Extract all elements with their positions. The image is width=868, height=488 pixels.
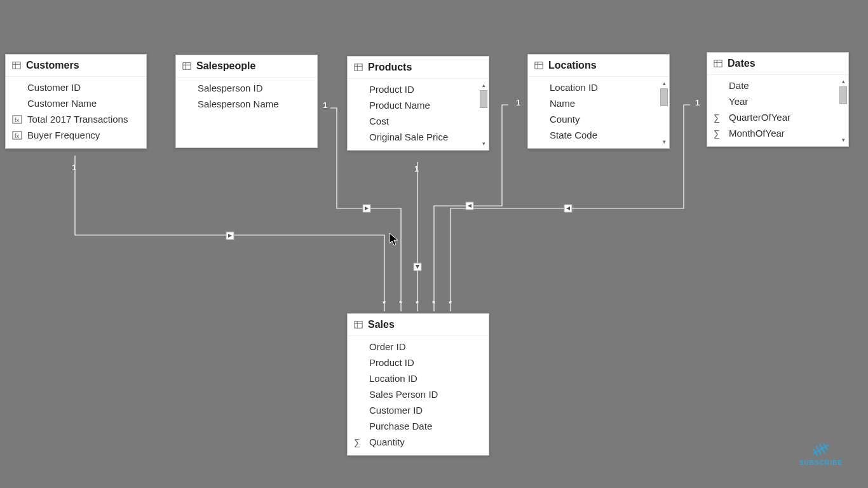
field-label: Customer ID [27, 82, 81, 93]
field-label: Salesperson Name [198, 98, 279, 109]
cardinality-one: 1 [516, 98, 520, 107]
table-title: Locations [548, 60, 597, 71]
table-fields: Date Year ∑ QuarterOfYear ∑ MonthOfYear … [707, 75, 848, 146]
field[interactable]: Location ID [528, 79, 669, 95]
scroll-down-icon[interactable]: ▾ [480, 140, 487, 147]
cardinality-many: * [432, 299, 435, 308]
table-sales[interactable]: Sales Order ID Product ID Location ID Sa… [347, 313, 489, 456]
cardinality-many: * [383, 299, 386, 308]
measure-icon: fx [12, 130, 22, 140]
field[interactable]: Product ID [348, 355, 489, 370]
field[interactable]: State Code [528, 127, 669, 143]
scrollbar[interactable]: ▴ ▾ [480, 81, 487, 147]
field[interactable]: ∑ QuarterOfYear [707, 109, 848, 125]
field-label: Product ID [369, 84, 414, 95]
field[interactable]: Purchase Date [348, 418, 489, 434]
measure-icon: fx [12, 114, 22, 125]
table-dates[interactable]: Dates Date Year ∑ QuarterOfYear ∑ MonthO… [707, 52, 849, 147]
field[interactable]: Product Name [348, 97, 489, 113]
table-customers[interactable]: Customers Customer ID Customer Name fx T… [5, 54, 147, 149]
svg-rect-0 [226, 232, 234, 240]
table-fields: Order ID Product ID Location ID Sales Pe… [348, 336, 489, 455]
field[interactable]: Salesperson Name [176, 96, 317, 112]
table-salespeople[interactable]: Salespeople Salesperson ID Salesperson N… [175, 55, 318, 148]
svg-rect-23 [535, 62, 543, 69]
sigma-icon: ∑ [714, 112, 724, 123]
svg-rect-2 [363, 205, 370, 212]
field[interactable]: Sales Person ID [348, 386, 489, 402]
table-icon [182, 62, 191, 71]
scroll-thumb[interactable] [480, 90, 487, 108]
table-icon [714, 59, 722, 68]
table-header[interactable]: Salespeople [176, 55, 317, 78]
sigma-icon: ∑ [354, 437, 364, 447]
field-label: Location ID [369, 373, 417, 384]
field[interactable]: Customer Name [6, 95, 146, 111]
field-label: Sales Person ID [369, 389, 438, 400]
cardinality-one: 1 [414, 164, 419, 173]
svg-marker-9 [566, 207, 570, 210]
field-label: QuarterOfYear [729, 112, 790, 123]
table-title: Salespeople [196, 60, 255, 72]
field[interactable]: Original Sale Price [348, 129, 489, 145]
table-header[interactable]: Locations [528, 55, 669, 77]
cardinality-one: 1 [323, 100, 327, 110]
field[interactable]: Name [528, 95, 669, 111]
field[interactable]: Year [707, 93, 848, 109]
field[interactable]: Product ID [348, 81, 489, 97]
field-label: Purchase Date [369, 421, 432, 431]
scrollbar[interactable]: ▴ ▾ [660, 79, 668, 146]
svg-marker-7 [468, 204, 471, 208]
svg-marker-32 [390, 233, 398, 245]
svg-rect-8 [564, 205, 572, 212]
table-title: Sales [368, 319, 395, 330]
svg-rect-26 [714, 60, 722, 67]
table-title: Dates [728, 58, 756, 69]
field[interactable]: Location ID [348, 370, 489, 386]
table-header[interactable]: Products [348, 57, 489, 79]
table-header[interactable]: Customers [6, 55, 146, 77]
svg-marker-1 [228, 234, 232, 238]
cardinality-many: * [399, 299, 402, 308]
scroll-thumb[interactable] [660, 88, 668, 106]
field[interactable]: Customer ID [6, 79, 146, 95]
table-header[interactable]: Dates [707, 53, 848, 75]
field-label: Cost [369, 116, 389, 126]
svg-text:fx: fx [15, 133, 20, 139]
field[interactable]: Order ID [348, 339, 489, 355]
svg-line-34 [813, 449, 817, 456]
cursor-icon [389, 233, 400, 247]
scroll-thumb[interactable] [839, 86, 847, 104]
cardinality-many: * [416, 299, 419, 308]
field-label: State Code [550, 130, 597, 140]
field[interactable]: Date [707, 78, 848, 93]
subscribe-label: SUBSCRIBE [799, 459, 843, 466]
table-icon [12, 61, 21, 70]
field[interactable]: Customer ID [348, 402, 489, 418]
field[interactable]: County [528, 111, 669, 127]
table-title: Products [368, 62, 412, 73]
table-locations[interactable]: Locations Location ID Name County State … [527, 54, 670, 149]
scrollbar[interactable]: ▴ ▾ [839, 78, 847, 144]
scroll-down-icon[interactable]: ▾ [839, 136, 847, 144]
field[interactable]: fx Buyer Frequency [6, 127, 146, 143]
table-fields: Product ID Product Name Cost Original Sa… [348, 79, 489, 150]
field-label: Original Sale Price [369, 132, 448, 142]
table-icon [354, 320, 363, 329]
field-label: County [550, 114, 580, 125]
field[interactable]: ∑ MonthOfYear [707, 125, 848, 141]
sigma-icon: ∑ [714, 128, 724, 139]
field[interactable]: Salesperson ID [176, 80, 317, 96]
table-icon [534, 61, 543, 70]
field[interactable]: ∑ Quantity [348, 434, 489, 450]
field-label: Customer ID [369, 405, 423, 416]
field[interactable]: Cost [348, 113, 489, 129]
svg-rect-20 [355, 64, 362, 71]
field[interactable]: fx Total 2017 Transactions [6, 111, 146, 127]
svg-rect-4 [414, 263, 421, 271]
scroll-down-icon[interactable]: ▾ [660, 138, 668, 146]
field-label: Date [729, 80, 749, 91]
table-products[interactable]: Products Product ID Product Name Cost Or… [347, 56, 489, 151]
svg-line-37 [824, 444, 827, 450]
table-header[interactable]: Sales [348, 314, 489, 336]
